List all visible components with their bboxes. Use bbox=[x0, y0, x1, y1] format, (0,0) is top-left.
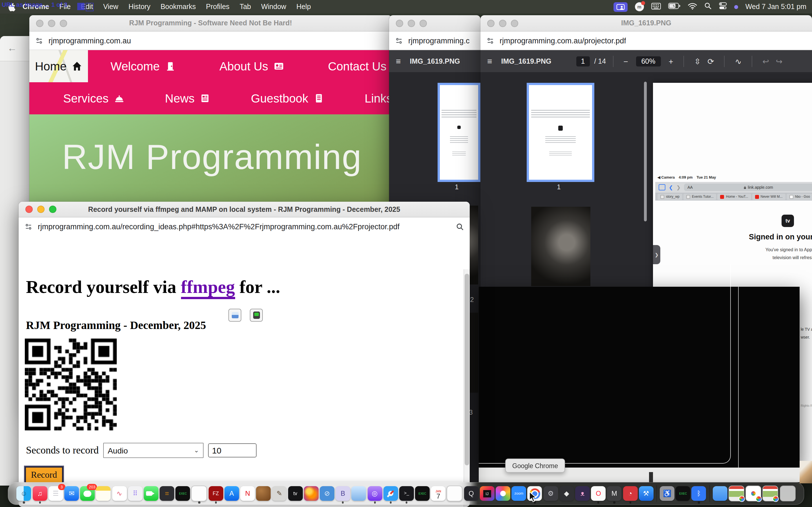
pdf-back-urlbar[interactable]: rjmprogramming.c bbox=[389, 32, 480, 50]
ffmpeg-link[interactable]: ffmpeg bbox=[181, 277, 235, 299]
dock-app-store[interactable]: A bbox=[224, 486, 239, 501]
dock-leather-app[interactable] bbox=[256, 486, 271, 501]
dock-terminal[interactable]: >_ bbox=[399, 486, 414, 501]
menu-item-history[interactable]: History bbox=[123, 3, 156, 11]
scrollbar[interactable] bbox=[463, 269, 470, 507]
dock-music[interactable]: ♫ bbox=[33, 486, 47, 501]
zoom-button[interactable] bbox=[49, 206, 56, 213]
pdf-thumbnail-1[interactable] bbox=[438, 83, 480, 182]
pdf-thumbnail-1[interactable] bbox=[527, 83, 594, 182]
minimize-button[interactable] bbox=[408, 19, 415, 27]
url-text[interactable]: rjmprogramming.c bbox=[408, 36, 470, 45]
annotate-icon[interactable]: ∿ bbox=[732, 57, 745, 66]
notification-app-icon[interactable]: m bbox=[635, 2, 644, 11]
dock-quicktime[interactable]: Q bbox=[464, 486, 478, 501]
zoom-button[interactable] bbox=[419, 19, 427, 27]
dock-netflix[interactable]: N bbox=[240, 486, 255, 501]
rotate-icon[interactable]: ⟳ bbox=[704, 57, 717, 66]
close-button[interactable] bbox=[487, 19, 495, 27]
dock-window-preview-3[interactable] bbox=[763, 486, 778, 501]
dock-intellij[interactable]: IJ bbox=[480, 486, 495, 501]
dock-filezilla[interactable]: FZ bbox=[208, 486, 223, 501]
dock-calculator[interactable]: ⌗ bbox=[160, 486, 174, 501]
menu-item-help[interactable]: Help bbox=[291, 3, 316, 11]
close-button[interactable] bbox=[26, 206, 33, 213]
dock-inkscape[interactable]: ◆ bbox=[559, 486, 574, 501]
dock-apple-tv[interactable]: tv bbox=[288, 486, 303, 501]
nav-item-guestbook[interactable]: Guestbook bbox=[245, 92, 329, 105]
dock-mamp[interactable]: M bbox=[607, 486, 622, 501]
dock-calendar[interactable]: JAN7 bbox=[431, 486, 446, 501]
redo-icon[interactable]: ↪ bbox=[772, 57, 786, 66]
keyboard-icon[interactable] bbox=[651, 3, 661, 11]
dock-exec-utility-3[interactable]: EXEC bbox=[676, 486, 691, 501]
menu-item-tab[interactable]: Tab bbox=[235, 3, 256, 11]
scrollbar-thumb[interactable] bbox=[465, 274, 469, 465]
media-type-select[interactable]: Audio ⌄ bbox=[103, 443, 204, 458]
dock-exec-utility-1[interactable]: EXEC bbox=[175, 486, 190, 501]
menu-item-view[interactable]: View bbox=[98, 3, 123, 11]
zoom-button[interactable] bbox=[511, 19, 518, 27]
recorder-icon-button[interactable] bbox=[250, 309, 263, 322]
dock-trash[interactable] bbox=[779, 486, 795, 501]
dock-document-app[interactable] bbox=[192, 486, 207, 501]
screen-mirroring-icon[interactable] bbox=[613, 2, 627, 11]
close-button[interactable] bbox=[396, 19, 403, 27]
spotlight-icon[interactable] bbox=[704, 2, 712, 11]
zoom-in-button[interactable]: + bbox=[665, 57, 677, 66]
dock-xcode[interactable]: ⚒ bbox=[639, 486, 653, 501]
url-text[interactable]: rjmprogramming.com.au bbox=[49, 36, 131, 45]
pdf-back-titlebar[interactable] bbox=[389, 15, 480, 32]
dock[interactable]: ☺♫☰3✉203∿⠿⌗EXECFZAN✎tv⊘B◎>_EXECJAN7QIJzo… bbox=[8, 482, 804, 505]
url-text[interactable]: rjmprogramming.com.au/recording_ideas.ph… bbox=[38, 222, 400, 231]
site-settings-icon[interactable] bbox=[486, 36, 495, 45]
zoom-level[interactable]: 60% bbox=[636, 56, 661, 66]
dock-exec-utility-2[interactable]: EXEC bbox=[415, 486, 430, 501]
window-controls[interactable] bbox=[396, 19, 427, 27]
back-arrow-icon[interactable]: ← bbox=[7, 43, 17, 54]
nav-item-links[interactable]: Links bbox=[359, 92, 392, 105]
window-controls[interactable] bbox=[36, 19, 67, 27]
menu-icon[interactable]: ≡ bbox=[396, 56, 401, 66]
dock-safari[interactable] bbox=[383, 486, 398, 501]
rjm-titlebar[interactable]: RJM Programming - Software Need Not Be H… bbox=[29, 15, 392, 32]
close-button[interactable] bbox=[36, 19, 43, 27]
nav-item-contact-us[interactable]: Contact Us bbox=[322, 59, 392, 73]
dock-facetime[interactable] bbox=[144, 486, 158, 501]
pdf-front-titlebar[interactable]: IMG_1619.PNG bbox=[480, 15, 812, 32]
record-urlbar[interactable]: rjmprogramming.com.au/recording_ideas.ph… bbox=[18, 217, 470, 236]
minimize-button[interactable] bbox=[48, 19, 55, 27]
dock-finder[interactable]: ☺ bbox=[17, 486, 31, 501]
minimize-button[interactable] bbox=[37, 206, 45, 213]
nav-item-services[interactable]: Services bbox=[57, 92, 130, 105]
dock-textedit[interactable] bbox=[447, 486, 463, 501]
dock-mail[interactable]: ✉ bbox=[64, 486, 79, 501]
site-settings-icon[interactable] bbox=[35, 36, 43, 45]
site-settings-icon[interactable] bbox=[24, 222, 33, 231]
menu-item-window[interactable]: Window bbox=[256, 3, 291, 11]
zoom-button[interactable] bbox=[60, 19, 67, 27]
dock-messages[interactable]: 203 bbox=[80, 486, 95, 501]
dock-cat-app[interactable]: ᴥ bbox=[575, 486, 590, 501]
sidebar-scrollbar[interactable] bbox=[644, 82, 647, 221]
dock-image-app[interactable] bbox=[352, 486, 366, 501]
battery-icon[interactable] bbox=[668, 3, 680, 11]
dock-launchpad[interactable]: ⠿ bbox=[128, 486, 142, 501]
fit-page-icon[interactable]: ⇳ bbox=[691, 57, 704, 66]
dock-window-preview-2[interactable] bbox=[746, 486, 761, 501]
wifi-icon[interactable] bbox=[688, 3, 697, 11]
rjm-urlbar[interactable]: rjmprogramming.com.au bbox=[29, 32, 392, 50]
window-controls[interactable] bbox=[487, 19, 518, 27]
dock-downloads-folder[interactable] bbox=[713, 486, 727, 501]
dock-freeform[interactable]: ∿ bbox=[112, 486, 126, 501]
record-titlebar[interactable]: Record yourself via ffmpeg and MAMP on l… bbox=[18, 202, 470, 217]
window-controls[interactable] bbox=[26, 206, 56, 213]
dock-bluetooth[interactable]: ᛒ bbox=[692, 486, 706, 501]
nav-item-welcome[interactable]: Welcome bbox=[105, 59, 181, 73]
menu-icon[interactable]: ≡ bbox=[487, 56, 492, 66]
page-number-input[interactable]: 1 bbox=[576, 56, 590, 66]
dock-window-preview-1[interactable] bbox=[728, 486, 744, 501]
dock-screen-block-app[interactable]: ⊘ bbox=[320, 486, 335, 501]
search-icon[interactable] bbox=[456, 222, 464, 231]
nav-item-about-us[interactable]: About Us bbox=[214, 59, 290, 73]
